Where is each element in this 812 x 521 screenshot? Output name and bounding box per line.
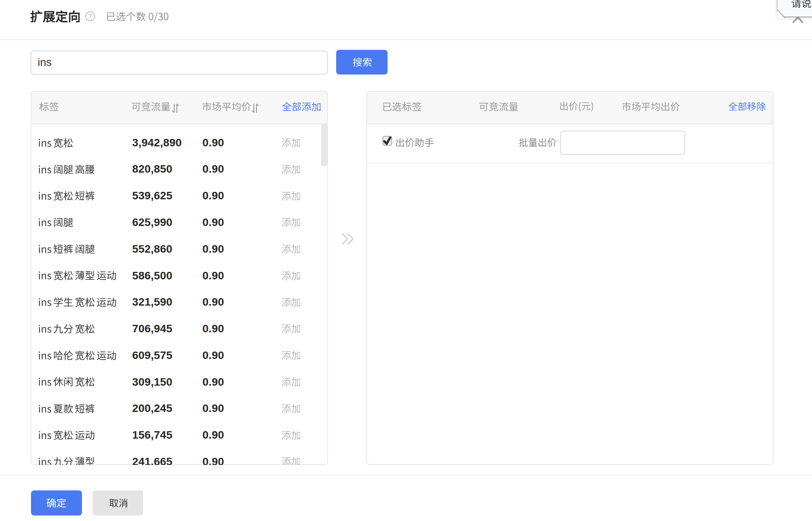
svg-text:?: ? xyxy=(88,13,92,20)
